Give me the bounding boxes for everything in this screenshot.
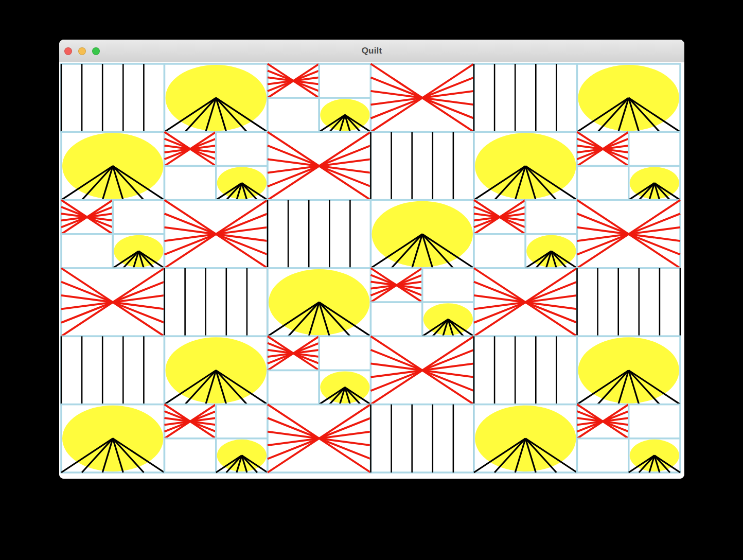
- quilt-block-crossx: [474, 268, 577, 336]
- quilt-block-vlines: [61, 336, 165, 404]
- sub-patch-fan: [319, 98, 370, 132]
- minimize-button[interactable]: [78, 47, 86, 55]
- quilt-block-vlines: [577, 268, 681, 336]
- quilt-canvas: [60, 63, 681, 474]
- quilt-block-vlines: [371, 405, 474, 472]
- sub-patch-blank: [165, 439, 216, 472]
- sub-patch-fan: [216, 439, 268, 472]
- sub-patch-crossx: [268, 336, 319, 370]
- quilt-block-fan: [61, 405, 165, 472]
- sub-patch-blank: [629, 405, 680, 439]
- sub-patch-blank: [319, 64, 370, 98]
- quilt-block-vlines: [474, 64, 577, 132]
- sub-patch-blank: [165, 166, 216, 200]
- quilt-block-fan: [474, 405, 577, 472]
- sub-patch-fan: [113, 234, 164, 268]
- quilt-block-vlines: [268, 200, 371, 268]
- sub-patch-blank: [216, 132, 268, 166]
- quilt-block-crossx: [577, 200, 681, 268]
- sub-patch-blank: [61, 234, 113, 268]
- title-bar[interactable]: Quilt: [59, 40, 684, 63]
- traffic-lights: [64, 40, 100, 62]
- screen-background: Quilt: [0, 0, 743, 560]
- quilt-block-crossx: [165, 200, 268, 268]
- quilt-block-vlines: [474, 336, 577, 404]
- sub-patch-crossx: [577, 405, 629, 439]
- sub-patch-blank: [474, 234, 525, 268]
- sub-patch-blank: [629, 132, 680, 166]
- sub-patch-blank: [268, 98, 319, 132]
- window-content: [59, 62, 684, 479]
- sub-patch-fan: [422, 302, 474, 336]
- sub-patch-crossx: [371, 268, 422, 302]
- quilt-block-subdivided: [268, 336, 371, 404]
- close-button[interactable]: [64, 47, 72, 55]
- quilt-block-fan: [165, 336, 268, 404]
- sub-patch-fan: [216, 166, 268, 200]
- sub-patch-fan: [319, 371, 370, 405]
- quilt-block-fan: [165, 64, 268, 132]
- sub-patch-fan: [629, 166, 680, 200]
- sub-patch-blank: [268, 371, 319, 405]
- quilt-block-crossx: [268, 405, 371, 472]
- quilt-block-subdivided: [371, 268, 474, 336]
- quilt-block-crossx: [268, 132, 371, 200]
- sub-patch-blank: [319, 336, 370, 370]
- sub-patch-crossx: [268, 64, 319, 98]
- quilt-block-subdivided: [268, 64, 371, 132]
- sub-patch-crossx: [61, 200, 113, 234]
- quilt-block-fan: [61, 132, 165, 200]
- sub-patch-blank: [422, 268, 474, 302]
- sub-patch-crossx: [165, 405, 216, 439]
- quilt-block-crossx: [371, 64, 474, 132]
- quilt-block-subdivided: [165, 405, 268, 472]
- quilt-block-vlines: [61, 64, 165, 132]
- quilt-window: Quilt: [59, 40, 684, 479]
- quilt-block-subdivided: [474, 200, 577, 268]
- quilt-block-subdivided: [165, 132, 268, 200]
- quilt-block-fan: [577, 64, 681, 132]
- sub-patch-crossx: [577, 132, 629, 166]
- sub-patch-blank: [371, 302, 422, 336]
- sub-patch-blank: [216, 405, 268, 439]
- quilt-block-subdivided: [577, 132, 681, 200]
- sub-patch-blank: [113, 200, 164, 234]
- quilt-block-fan: [474, 132, 577, 200]
- quilt-block-fan: [577, 336, 681, 404]
- sub-patch-crossx: [165, 132, 216, 166]
- sub-patch-blank: [577, 439, 629, 472]
- quilt-block-fan: [371, 200, 474, 268]
- sub-patch-blank: [577, 166, 629, 200]
- quilt-block-fan: [268, 268, 371, 336]
- sub-patch-crossx: [474, 200, 525, 234]
- sub-patch-fan: [525, 234, 577, 268]
- zoom-button[interactable]: [92, 47, 100, 55]
- window-title: Quilt: [362, 46, 382, 56]
- sub-patch-fan: [629, 439, 680, 472]
- sub-patch-blank: [525, 200, 577, 234]
- quilt-block-crossx: [61, 268, 165, 336]
- quilt-block-subdivided: [61, 200, 165, 268]
- quilt-block-subdivided: [577, 405, 681, 472]
- quilt-block-crossx: [371, 336, 474, 404]
- quilt-block-vlines: [371, 132, 474, 200]
- quilt-block-vlines: [165, 268, 268, 336]
